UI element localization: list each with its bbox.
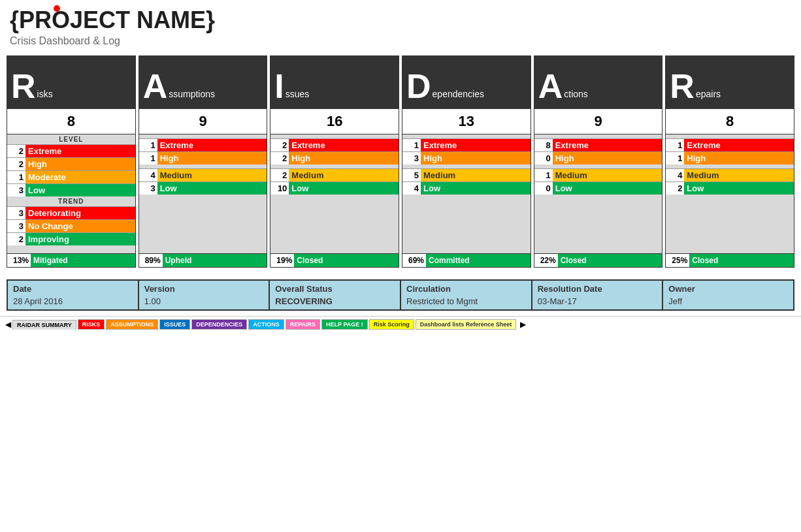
dependencies-extreme-count: 1 <box>402 139 421 151</box>
col-assumptions-count: 9 <box>139 108 267 134</box>
nav-icon-left[interactable]: ◀ <box>5 320 11 329</box>
actions-low-row: 0 Low <box>534 181 662 195</box>
col-actions: A ctions 9 8 Extreme 0 High 1 Medium 0 L… <box>534 55 663 268</box>
risks-pct-row: 13% Mitigated <box>7 253 135 267</box>
red-dot-indicator <box>54 5 60 12</box>
repairs-extreme-label: Extreme <box>684 139 794 151</box>
issues-low-label: Low <box>289 182 399 195</box>
dependencies-extreme-row: 1 Extreme <box>402 138 531 151</box>
actions-low-label: Low <box>553 182 662 195</box>
raidar-grid: R isks 8 LEVEL 2 Extreme 2 High 1 Modera… <box>0 50 801 273</box>
assumptions-pct-row: 89% Upheld <box>139 253 267 267</box>
assumptions-low-row: 3 Low <box>139 181 267 195</box>
col-issues-word: ssues <box>286 89 310 103</box>
issues-extreme-row: 2 Extreme <box>270 138 399 151</box>
info-date-value: 28 April 2016 <box>12 296 134 307</box>
dependencies-pct-row: 69% Committed <box>402 253 531 267</box>
actions-high-label: High <box>553 152 662 164</box>
risks-low-count: 3 <box>7 184 25 196</box>
risks-extreme-label: Extreme <box>25 145 135 157</box>
info-status-value: RECOVERING <box>274 296 396 307</box>
tab-issues[interactable]: ISSUES <box>159 319 190 330</box>
col-issues: I ssues 16 2 Extreme 2 High 2 Medium 10 … <box>270 55 399 268</box>
dependencies-high-count: 3 <box>402 152 421 164</box>
tab-actions[interactable]: ACTIONS <box>248 319 284 330</box>
col-dependencies-count: 13 <box>402 108 531 134</box>
issues-medium-count: 2 <box>270 169 289 181</box>
dependencies-pct-value: 69% <box>402 254 426 267</box>
info-resolution-value: 03-Mar-17 <box>536 296 659 307</box>
col-risks-count: 8 <box>7 108 135 134</box>
project-title: {PROJECT NAME} <box>10 7 791 34</box>
actions-medium-label: Medium <box>553 169 662 181</box>
tab-repairs[interactable]: REPAIRS <box>286 319 320 330</box>
assumptions-extreme-row: 1 Extreme <box>139 138 267 151</box>
nav-icon-right[interactable]: ▶ <box>520 320 526 329</box>
col-dependencies-word: ependencies <box>433 89 484 103</box>
col-assumptions: A ssumptions 9 1 Extreme 1 High 4 Medium… <box>139 55 268 268</box>
col-assumptions-header: A ssumptions <box>139 56 267 108</box>
assumptions-low-count: 3 <box>139 182 157 195</box>
risks-nochange-row: 3 No Change <box>7 219 135 232</box>
issues-medium-row: 2 Medium <box>270 168 399 181</box>
assumptions-gray-fill <box>139 195 267 253</box>
issues-pct-value: 19% <box>270 254 294 267</box>
col-actions-header: A ctions <box>534 56 662 108</box>
col-assumptions-word: ssumptions <box>169 89 215 103</box>
col-risks-word: isks <box>37 89 53 103</box>
risks-improving-count: 2 <box>7 233 25 245</box>
info-version-cell: Version 1.00 <box>139 281 270 309</box>
col-risks: R isks 8 LEVEL 2 Extreme 2 High 1 Modera… <box>7 55 136 268</box>
dependencies-low-label: Low <box>421 182 531 195</box>
repairs-high-row: 1 High <box>666 151 794 164</box>
risks-moderate-row: 1 Moderate <box>7 170 135 183</box>
tab-dashboard-reference[interactable]: Dashboard lists Reference Sheet <box>416 319 517 330</box>
risks-trend-label: TREND <box>7 196 135 206</box>
repairs-extreme-row: 1 Extreme <box>666 138 794 151</box>
risks-extreme-row: 2 Extreme <box>7 144 135 157</box>
risks-improving-label: Improving <box>25 233 135 245</box>
assumptions-extreme-label: Extreme <box>157 139 267 151</box>
project-subtitle: Crisis Dashboard & Log <box>10 35 791 47</box>
tab-assumptions[interactable]: ASSUMPTIONS <box>106 319 158 330</box>
dependencies-medium-row: 5 Medium <box>402 168 531 181</box>
tab-raidar-summary[interactable]: RAIDAR SUMMARY <box>12 320 76 330</box>
actions-extreme-count: 8 <box>534 139 553 151</box>
actions-pct-row: 22% Closed <box>534 253 662 267</box>
col-repairs-letter: R <box>670 69 695 103</box>
tab-dependencies[interactable]: DEPENDENCIES <box>191 319 247 330</box>
actions-medium-row: 1 Medium <box>534 168 662 181</box>
dependencies-extreme-label: Extreme <box>421 139 531 151</box>
col-repairs: R epairs 8 1 Extreme 1 High 4 Medium 2 L… <box>665 55 794 268</box>
repairs-pct-label: Closed <box>689 254 794 267</box>
assumptions-pct-label: Upheld <box>163 254 267 267</box>
tab-help[interactable]: HELP PAGE ! <box>321 319 368 330</box>
issues-medium-label: Medium <box>289 169 399 181</box>
risks-pct-label: Mitigated <box>31 254 135 267</box>
info-status-label: Overall Status <box>274 283 396 294</box>
actions-extreme-row: 8 Extreme <box>534 138 662 151</box>
repairs-gray-fill <box>666 195 794 253</box>
info-owner-label: Owner <box>667 283 789 294</box>
risks-pct-value: 13% <box>7 254 31 267</box>
assumptions-medium-label: Medium <box>157 169 267 181</box>
risks-low-label: Low <box>25 184 135 196</box>
actions-extreme-label: Extreme <box>553 139 662 151</box>
risks-improving-row: 2 Improving <box>7 232 135 245</box>
col-actions-word: ctions <box>564 89 588 103</box>
col-repairs-word: epairs <box>696 89 721 103</box>
assumptions-high-label: High <box>157 152 267 164</box>
info-bar: Date 28 April 2016 Version 1.00 Overall … <box>7 279 794 311</box>
col-issues-header: I ssues <box>270 56 399 108</box>
dependencies-gray-fill <box>402 195 531 253</box>
risks-low-row: 3 Low <box>7 183 135 196</box>
assumptions-low-label: Low <box>157 182 267 195</box>
dependencies-low-row: 4 Low <box>402 181 531 195</box>
col-repairs-count: 8 <box>666 108 794 134</box>
info-resolution-label: Resolution Date <box>536 283 659 294</box>
issues-high-count: 2 <box>270 152 289 164</box>
tab-risk-scoring[interactable]: Risk Scoring <box>369 319 414 330</box>
tab-risks[interactable]: RISKS <box>78 319 105 330</box>
risks-nochange-label: No Change <box>25 220 135 232</box>
col-dependencies-header: D ependencies <box>402 56 531 108</box>
